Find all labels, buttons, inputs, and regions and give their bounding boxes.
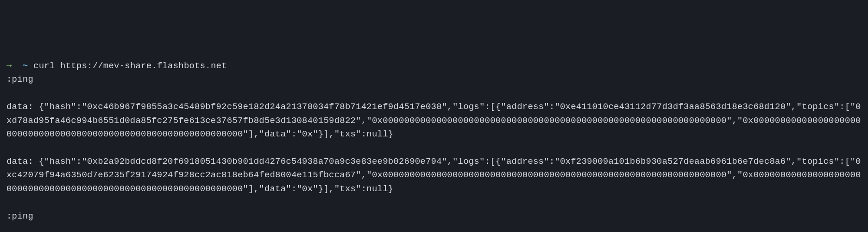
blank-line [6, 87, 862, 100]
output-line: :ping [6, 73, 862, 86]
prompt-cwd: ~ [23, 61, 28, 71]
output-line: data: {"hash":"0xc46b967f9855a3c45489bf9… [6, 100, 862, 141]
blank-line [6, 196, 862, 209]
prompt-arrow-icon: → [6, 61, 12, 71]
prompt-line[interactable]: → ~ curl https://mev-share.flashbots.net [6, 59, 862, 73]
command-text: curl https://mev-share.flashbots.net [33, 61, 227, 71]
output-line: data: {"hash":"0xb2a92bddcd8f20f69180514… [6, 155, 862, 196]
blank-line [6, 223, 862, 232]
output-line: :ping [6, 210, 862, 223]
blank-line [6, 141, 862, 155]
